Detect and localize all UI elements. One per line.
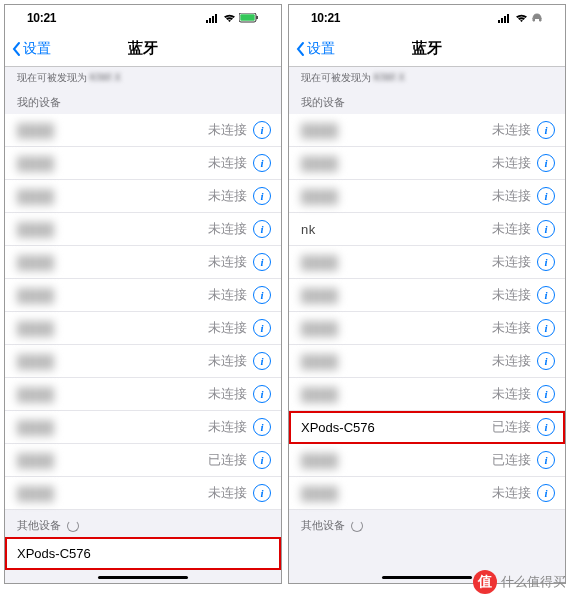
device-row[interactable]: ████未连接i	[289, 378, 565, 411]
device-row[interactable]: ████未连接i	[289, 147, 565, 180]
device-row[interactable]: ████未连接i	[289, 180, 565, 213]
device-status: 未连接	[492, 385, 531, 403]
device-row[interactable]: ████未连接i	[289, 345, 565, 378]
device-row[interactable]: ████已连接i	[5, 444, 281, 477]
info-icon[interactable]: i	[253, 154, 271, 172]
device-row[interactable]: ████未连接i	[5, 477, 281, 510]
device-status: 未连接	[492, 319, 531, 337]
info-icon[interactable]: i	[253, 319, 271, 337]
device-name: XPods-C576	[301, 420, 492, 435]
device-row[interactable]: XPods-C576已连接i	[289, 411, 565, 444]
info-icon[interactable]: i	[537, 319, 555, 337]
device-row[interactable]: ████已连接i	[289, 444, 565, 477]
info-icon[interactable]: i	[537, 484, 555, 502]
svg-rect-10	[507, 14, 509, 23]
info-icon[interactable]: i	[253, 484, 271, 502]
device-row[interactable]: ████未连接i	[289, 246, 565, 279]
status-bar: 10:21	[5, 5, 281, 31]
info-icon[interactable]: i	[537, 121, 555, 139]
device-name: ████	[301, 321, 492, 336]
info-icon[interactable]: i	[537, 385, 555, 403]
device-name: nk	[301, 222, 492, 237]
device-row[interactable]: ████未连接i	[5, 246, 281, 279]
device-name: ████	[301, 288, 492, 303]
discoverable-text: 现在可被发现为 KIWI X	[289, 67, 565, 87]
spinner-icon	[351, 520, 363, 532]
signal-icon	[206, 14, 220, 23]
info-icon[interactable]: i	[253, 220, 271, 238]
device-name: ████	[17, 255, 208, 270]
my-devices-list: ████未连接i████未连接i████未连接ink未连接i████未连接i██…	[289, 114, 565, 510]
svg-rect-9	[504, 16, 506, 23]
phone-screen-right: 10:21 设置 蓝牙 现在可被发现为 KIWI X 我的设备 ████未连接i…	[288, 4, 566, 584]
other-devices-header: 其他设备	[5, 510, 281, 537]
device-name: ████	[301, 387, 492, 402]
device-status: 未连接	[208, 319, 247, 337]
device-status: 未连接	[208, 286, 247, 304]
info-icon[interactable]: i	[253, 352, 271, 370]
device-row[interactable]: ████未连接i	[289, 114, 565, 147]
info-icon[interactable]: i	[537, 187, 555, 205]
device-row[interactable]: ████未连接i	[289, 312, 565, 345]
info-icon[interactable]: i	[537, 352, 555, 370]
home-indicator[interactable]	[98, 576, 188, 579]
device-status: 未连接	[208, 385, 247, 403]
info-icon[interactable]: i	[253, 121, 271, 139]
device-row[interactable]: ████未连接i	[289, 477, 565, 510]
device-name: ████	[17, 288, 208, 303]
device-status: 未连接	[208, 352, 247, 370]
wifi-icon	[223, 14, 236, 23]
chevron-left-icon	[11, 41, 21, 57]
info-icon[interactable]: i	[537, 286, 555, 304]
device-status: 未连接	[208, 121, 247, 139]
status-indicators	[206, 13, 259, 23]
device-row[interactable]: ████未连接i	[5, 180, 281, 213]
info-icon[interactable]: i	[537, 154, 555, 172]
nav-bar: 设置 蓝牙	[5, 31, 281, 67]
device-name: ████	[17, 156, 208, 171]
nav-bar: 设置 蓝牙	[289, 31, 565, 67]
device-row[interactable]: ████未连接i	[5, 147, 281, 180]
status-time: 10:21	[27, 11, 56, 25]
info-icon[interactable]: i	[253, 253, 271, 271]
battery-icon	[239, 13, 259, 23]
device-name: ████	[301, 156, 492, 171]
device-name: ████	[17, 354, 208, 369]
device-status: 未连接	[492, 154, 531, 172]
phone-screen-left: 10:21 设置 蓝牙 现在可被发现为 KIWI X 我的设备 ████未连接i…	[4, 4, 282, 584]
device-row[interactable]: ████未连接i	[289, 279, 565, 312]
device-name: ████	[301, 189, 492, 204]
info-icon[interactable]: i	[253, 385, 271, 403]
my-devices-header: 我的设备	[289, 87, 565, 114]
other-device-row[interactable]: XPods-C576	[5, 537, 281, 570]
device-name: ████	[301, 123, 492, 138]
device-name: ████	[17, 453, 208, 468]
info-icon[interactable]: i	[537, 253, 555, 271]
info-icon[interactable]: i	[537, 418, 555, 436]
status-time: 10:21	[311, 11, 340, 25]
device-name: ████	[17, 222, 208, 237]
info-icon[interactable]: i	[537, 220, 555, 238]
device-row[interactable]: nk未连接i	[289, 213, 565, 246]
device-row[interactable]: ████未连接i	[5, 114, 281, 147]
device-row[interactable]: ████未连接i	[5, 279, 281, 312]
info-icon[interactable]: i	[253, 451, 271, 469]
device-row[interactable]: ████未连接i	[5, 411, 281, 444]
back-button[interactable]: 设置	[11, 40, 51, 58]
my-devices-list: ████未连接i████未连接i████未连接i████未连接i████未连接i…	[5, 114, 281, 510]
device-name: ████	[301, 354, 492, 369]
device-row[interactable]: ████未连接i	[5, 378, 281, 411]
back-button[interactable]: 设置	[295, 40, 335, 58]
device-row[interactable]: ████未连接i	[5, 345, 281, 378]
other-devices-list: XPods-C576	[5, 537, 281, 570]
info-icon[interactable]: i	[253, 187, 271, 205]
device-status: 已连接	[492, 451, 531, 469]
device-status: 未连接	[208, 220, 247, 238]
info-icon[interactable]: i	[537, 451, 555, 469]
device-row[interactable]: ████未连接i	[5, 213, 281, 246]
info-icon[interactable]: i	[253, 418, 271, 436]
info-icon[interactable]: i	[253, 286, 271, 304]
device-row[interactable]: ████未连接i	[5, 312, 281, 345]
device-status: 未连接	[492, 121, 531, 139]
home-indicator[interactable]	[382, 576, 472, 579]
